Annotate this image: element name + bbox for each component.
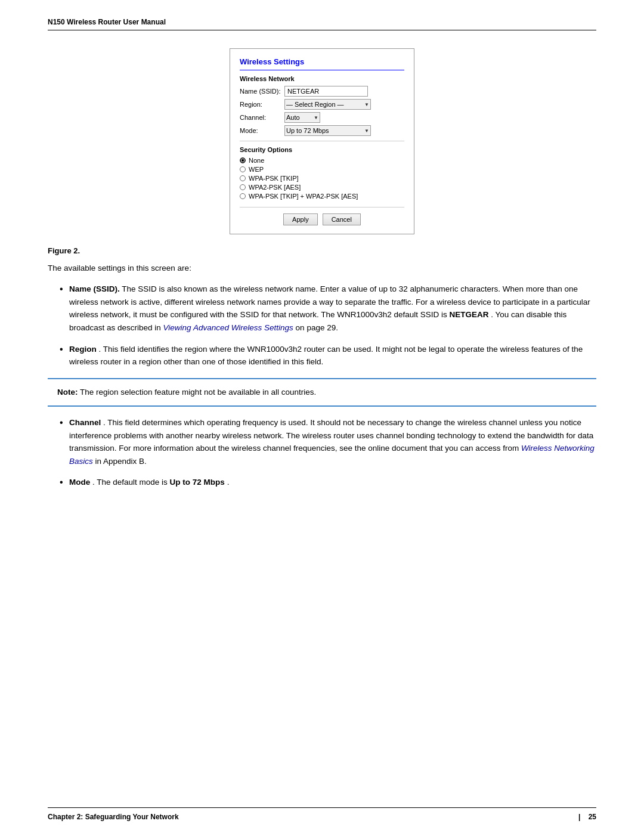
ws-mode-select[interactable]: Up to 72 Mbps [284, 125, 371, 136]
security-options: None WEP WPA-PSK [TKIP] WPA2-PSK [AES] W… [240, 157, 404, 200]
security-option-none: None [240, 157, 404, 164]
bullet-list-1: Name (SSID). The SSID is also known as t… [60, 283, 596, 368]
ws-name-label: Name (SSID): [240, 88, 284, 95]
channel-term: Channel [69, 418, 101, 427]
security-option-wpa-tkip: WPA-PSK [TKIP] [240, 175, 404, 182]
ws-channel-select-wrapper: Auto [284, 112, 320, 123]
bullet-item-channel: Channel . This field determines which op… [60, 416, 596, 467]
security-option-wpa2-aes-label: WPA2-PSK [AES] [249, 184, 301, 191]
ws-name-input[interactable] [284, 86, 368, 97]
footer-separator: | [578, 813, 580, 821]
bullet-item-region: Region . This field identifies the regio… [60, 343, 596, 368]
ws-name-row: Name (SSID): [240, 86, 404, 97]
note-label: Note: [57, 388, 78, 397]
region-term: Region [69, 345, 97, 354]
page-wrapper: N150 Wireless Router User Manual Wireles… [0, 0, 644, 833]
intro-text: The available settings in this screen ar… [48, 262, 596, 274]
security-option-wep: WEP [240, 166, 404, 173]
mode-text-1: . The default mode is [92, 478, 170, 487]
ws-channel-row: Channel: Auto [240, 112, 404, 123]
ws-title: Wireless Settings [240, 57, 404, 70]
wireless-settings-box: Wireless Settings Wireless Network Name … [230, 48, 414, 234]
bullet-item-mode: Mode . The default mode is Up to 72 Mbps… [60, 476, 596, 489]
apply-button[interactable]: Apply [283, 213, 318, 225]
channel-text-2: in Appendix B. [95, 457, 147, 466]
security-option-wpa-combo-label: WPA-PSK [TKIP] + WPA2-PSK [AES] [249, 193, 358, 200]
figure-label: Figure 2. [48, 246, 596, 255]
ws-mode-row: Mode: Up to 72 Mbps [240, 125, 404, 136]
bullet-list-2: Channel . This field determines which op… [60, 416, 596, 489]
bullet-item-ssid: Name (SSID). The SSID is also known as t… [60, 283, 596, 334]
security-option-none-label: None [249, 157, 264, 164]
ws-buttons: Apply Cancel [240, 207, 404, 225]
ws-mode-select-wrapper: Up to 72 Mbps [284, 125, 371, 136]
ws-region-row: Region: — Select Region — [240, 99, 404, 110]
ssid-term: Name (SSID). [69, 284, 120, 293]
page-footer: Chapter 2: Safeguarding Your Network | 2… [48, 807, 596, 821]
radio-wep[interactable] [240, 166, 246, 172]
ws-divider [240, 141, 404, 141]
viewing-advanced-wireless-link[interactable]: Viewing Advanced Wireless Settings [163, 323, 293, 332]
note-box: Note: The region selection feature might… [48, 378, 596, 407]
footer-chapter: Chapter 2: Safeguarding Your Network [48, 813, 179, 821]
ws-channel-label: Channel: [240, 114, 284, 121]
mode-value: Up to 72 Mbps [170, 478, 225, 487]
security-option-wpa2-aes: WPA2-PSK [AES] [240, 184, 404, 191]
security-option-wpa-tkip-label: WPA-PSK [TKIP] [249, 175, 299, 182]
footer-page-number: 25 [589, 813, 596, 821]
footer-page: | 25 [578, 813, 596, 821]
radio-wpa-combo[interactable] [240, 193, 246, 199]
ws-region-select-wrapper: — Select Region — [284, 99, 371, 110]
ssid-text-3: on page 29. [296, 323, 338, 332]
ws-security-options-label: Security Options [240, 146, 404, 153]
ws-channel-select[interactable]: Auto [284, 112, 320, 123]
mode-text-2: . [227, 478, 230, 487]
note-text: The region selection feature might not b… [80, 388, 316, 397]
security-option-wep-label: WEP [249, 166, 264, 173]
mode-term: Mode [69, 478, 90, 487]
ws-region-label: Region: [240, 101, 284, 108]
channel-text-1: . This field determines which operating … [69, 418, 593, 453]
ws-mode-label: Mode: [240, 127, 284, 134]
radio-none[interactable] [240, 157, 246, 163]
ws-wireless-network-label: Wireless Network [240, 75, 404, 82]
page-header: N150 Wireless Router User Manual [48, 18, 596, 30]
screenshot-container: Wireless Settings Wireless Network Name … [48, 48, 596, 234]
cancel-button[interactable]: Cancel [323, 213, 361, 225]
security-option-wpa-combo: WPA-PSK [TKIP] + WPA2-PSK [AES] [240, 193, 404, 200]
ws-region-select[interactable]: — Select Region — [284, 99, 371, 110]
radio-wpa-tkip[interactable] [240, 175, 246, 181]
header-title: N150 Wireless Router User Manual [48, 18, 166, 26]
region-text: . This field identifies the region where… [69, 345, 583, 367]
ssid-netgear: NETGEAR [450, 310, 489, 319]
radio-wpa2-aes[interactable] [240, 184, 246, 190]
